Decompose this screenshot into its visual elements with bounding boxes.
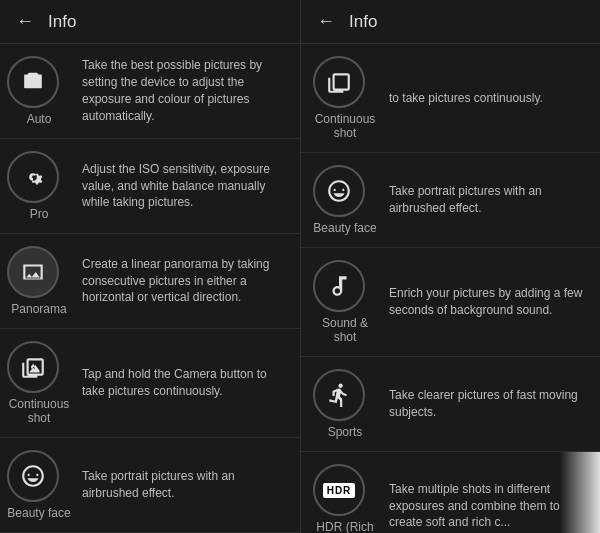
r-burst-icon bbox=[326, 69, 352, 95]
right-title: Info bbox=[349, 12, 377, 32]
r-beauty-face-icon-area: Beauty face bbox=[309, 165, 381, 235]
beauty-face-label: Beauty face bbox=[7, 506, 70, 520]
auto-icon bbox=[7, 56, 59, 108]
list-item: Auto Take the best possible pictures by … bbox=[0, 44, 300, 139]
list-item: Sports Take clearer pictures of fast mov… bbox=[301, 357, 600, 452]
sports-label: Sports bbox=[328, 425, 363, 439]
left-title: Info bbox=[48, 12, 76, 32]
camera-icon bbox=[20, 69, 46, 95]
r-beauty-face-description: Take portrait pictures with an airbrushe… bbox=[389, 183, 592, 217]
pro-description: Adjust the ISO sensitivity, exposure val… bbox=[82, 161, 292, 211]
panorama-icon-area: Panorama bbox=[4, 246, 74, 316]
face-icon bbox=[20, 463, 46, 489]
pro-icon bbox=[7, 151, 59, 203]
list-item: Panorama Create a linear panorama by tak… bbox=[0, 234, 300, 329]
left-header: ← Info bbox=[0, 0, 300, 44]
sound-shot-description: Enrich your pictures by adding a few sec… bbox=[389, 285, 592, 319]
auto-label: Auto bbox=[27, 112, 52, 126]
r-continuous-shot-description: to take pictures continuously. bbox=[389, 90, 592, 107]
beauty-face-icon-area: Beauty face bbox=[4, 450, 74, 520]
continuous-shot-icon bbox=[7, 341, 59, 393]
pro-label: Pro bbox=[30, 207, 49, 221]
auto-description: Take the best possible pictures by setti… bbox=[82, 57, 292, 124]
left-panel: ← Info Auto Take the best possible pictu… bbox=[0, 0, 300, 533]
list-item: Continuous shot to take pictures continu… bbox=[301, 44, 600, 153]
sound-shot-label: Sound & shot bbox=[309, 316, 381, 344]
pro-icon-area: Pro bbox=[4, 151, 74, 221]
continuous-shot-icon-area: Continuous shot bbox=[4, 341, 74, 425]
hdr-icon-area: HDR HDR (Rich tone) bbox=[309, 464, 381, 533]
list-item: Beauty face Take portrait pictures with … bbox=[0, 438, 300, 533]
list-item: Sound & shot Enrich your pictures by add… bbox=[301, 248, 600, 357]
continuous-shot-description: Tap and hold the Camera button to take p… bbox=[82, 366, 292, 400]
sports-icon-area: Sports bbox=[309, 369, 381, 439]
hdr-icon: HDR bbox=[313, 464, 365, 516]
list-item: Continuous shot Tap and hold the Camera … bbox=[0, 329, 300, 438]
continuous-shot-label: Continuous shot bbox=[4, 397, 74, 425]
beauty-face-icon bbox=[7, 450, 59, 502]
r-beauty-face-icon bbox=[313, 165, 365, 217]
left-back-button[interactable]: ← bbox=[16, 11, 34, 32]
sound-shot-icon bbox=[313, 260, 365, 312]
r-continuous-shot-label: Continuous shot bbox=[309, 112, 381, 140]
sound-shot-icon-area: Sound & shot bbox=[309, 260, 381, 344]
panorama-description: Create a linear panorama by taking conse… bbox=[82, 256, 292, 306]
right-back-button[interactable]: ← bbox=[317, 11, 335, 32]
beauty-face-description: Take portrait pictures with an airbrushe… bbox=[82, 468, 292, 502]
r-continuous-shot-icon bbox=[313, 56, 365, 108]
burst-icon bbox=[20, 354, 46, 380]
run-icon bbox=[326, 382, 352, 408]
r-beauty-face-label: Beauty face bbox=[313, 221, 376, 235]
hdr-label: HDR (Rich tone) bbox=[309, 520, 381, 533]
settings-icon bbox=[20, 164, 46, 190]
list-item: Pro Adjust the ISO sensitivity, exposure… bbox=[0, 139, 300, 234]
panorama-icon bbox=[7, 246, 59, 298]
list-item: Beauty face Take portrait pictures with … bbox=[301, 153, 600, 248]
music-camera-icon bbox=[326, 273, 352, 299]
right-panel: ← Info Continuous shot to take pictures … bbox=[300, 0, 600, 533]
r-face-icon bbox=[326, 178, 352, 204]
sports-description: Take clearer pictures of fast moving sub… bbox=[389, 387, 592, 421]
hdr-badge: HDR bbox=[323, 483, 356, 498]
right-items-list: Continuous shot to take pictures continu… bbox=[301, 44, 600, 533]
panorama-img-icon bbox=[20, 259, 46, 285]
cutoff-overlay bbox=[560, 452, 600, 533]
list-item: HDR HDR (Rich tone) Take multiple shots … bbox=[301, 452, 600, 533]
left-items-list: Auto Take the best possible pictures by … bbox=[0, 44, 300, 533]
right-header: ← Info bbox=[301, 0, 600, 44]
panorama-label: Panorama bbox=[11, 302, 66, 316]
r-continuous-shot-icon-area: Continuous shot bbox=[309, 56, 381, 140]
sports-icon bbox=[313, 369, 365, 421]
auto-icon-area: Auto bbox=[4, 56, 74, 126]
